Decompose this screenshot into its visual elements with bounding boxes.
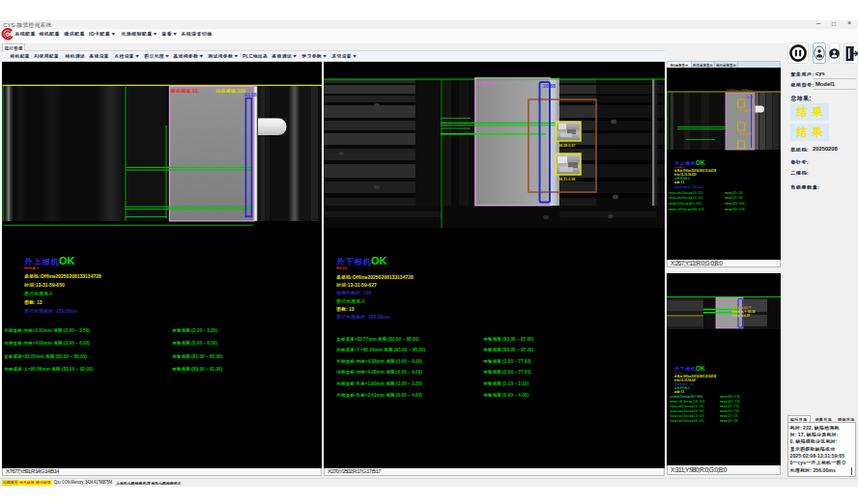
- svg-text:97.28:0.97: 97.28:0.97: [738, 109, 752, 113]
- svg-text:AI检测框: AI检测框: [477, 80, 497, 86]
- svg-text:98.28:0.97: 98.28:0.97: [558, 143, 575, 148]
- svg-text:20.88: 20.88: [543, 83, 556, 89]
- svg-text:静态阈值:93, 动态阈值:100: 静态阈值:93, 动态阈值:100: [727, 88, 754, 92]
- svg-text:98.31:0.98: 98.31:0.98: [558, 177, 575, 182]
- svg-text:98.31:0.98: 98.31:0.98: [738, 132, 752, 136]
- svg-text:93.88: 93.88: [244, 92, 257, 98]
- svg-text:静态阈值:93,: 静态阈值:93,: [171, 88, 200, 94]
- svg-text:动态阈值:100: 动态阈值:100: [215, 88, 245, 94]
- svg-text:外侧显裂:4.38: 外侧显裂:4.38: [731, 314, 750, 318]
- svg-text:93.88: 93.88: [746, 96, 753, 99]
